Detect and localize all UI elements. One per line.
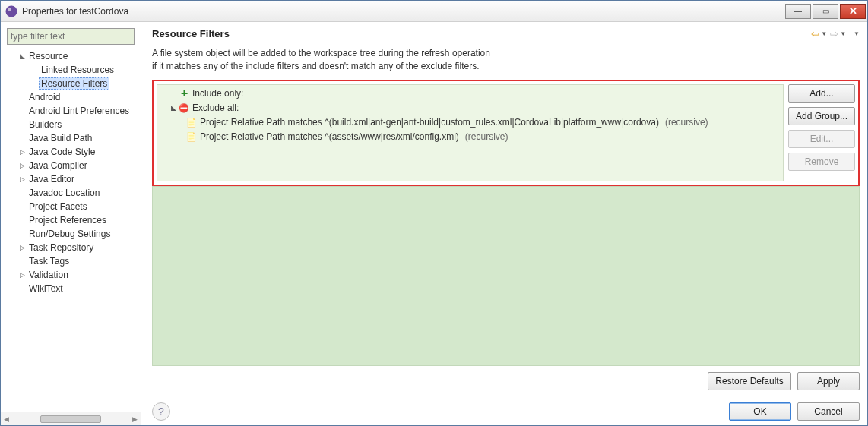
rule-text: Project Relative Path matches ^(assets/w… <box>200 131 459 142</box>
scrollbar-thumb[interactable] <box>40 415 101 423</box>
filter-button-column: Add... Add Group... Edit... Remove <box>788 84 855 181</box>
page-title: Resource Filters <box>152 28 230 39</box>
left-panel: ◣ResourceLinked ResourcesResource Filter… <box>1 22 141 425</box>
tree-item[interactable]: Java Build Path <box>4 131 141 145</box>
expander-icon[interactable]: ▷ <box>17 175 27 183</box>
tree-item-label: Android <box>27 91 62 103</box>
tree-item-label: Android Lint Preferences <box>27 105 131 117</box>
restore-defaults-button[interactable]: Restore Defaults <box>708 372 791 390</box>
exclude-icon <box>179 103 189 113</box>
tree-item-label: Project Facets <box>27 200 90 213</box>
filter-input[interactable] <box>11 31 131 42</box>
tree-item-label: Builders <box>27 118 64 131</box>
tree-item[interactable]: Android <box>4 90 141 104</box>
add-button[interactable]: Add... <box>788 84 855 103</box>
tree-horizontal-scrollbar[interactable]: ◀ ▶ <box>1 412 141 425</box>
tree-item[interactable]: Linked Resources <box>4 63 141 77</box>
page-menu-icon[interactable]: ▼ <box>854 30 860 37</box>
tree-item[interactable]: ▷Java Editor <box>4 172 141 186</box>
file-icon <box>186 117 197 128</box>
tree-item-label: Java Code Style <box>27 146 97 158</box>
rule-suffix: (recursive) <box>665 117 708 128</box>
tree-item-label: Linked Resources <box>39 64 116 76</box>
include-label: Include only: <box>192 88 243 99</box>
tree-item-label: Javadoc Location <box>27 187 102 199</box>
tree-item[interactable]: Project Facets <box>4 200 141 213</box>
expander-icon[interactable]: ▷ <box>17 162 27 169</box>
tree-item[interactable]: Android Lint Preferences <box>4 104 141 118</box>
filter-rule-1[interactable]: Project Relative Path matches ^(build.xm… <box>160 115 780 130</box>
right-panel: Resource Filters ⇦ ▼ ⇨ ▼ ▼ A file system… <box>141 22 867 425</box>
cancel-button[interactable]: Cancel <box>797 402 860 421</box>
expander-icon[interactable]: ▷ <box>17 271 27 279</box>
tree-item[interactable]: Resource Filters <box>4 77 141 90</box>
tree-item[interactable]: Builders <box>4 118 141 131</box>
expander-icon[interactable]: ▷ <box>17 244 27 251</box>
filters-tree[interactable]: Include only: ◣ Exclude all: Project Rel… <box>157 84 784 181</box>
description-line-1: A file system object will be added to th… <box>152 47 860 60</box>
tree-item[interactable]: ▷Java Code Style <box>4 145 141 159</box>
add-group-button[interactable]: Add Group... <box>788 107 855 125</box>
include-group[interactable]: Include only: <box>160 87 780 101</box>
close-button[interactable]: ✕ <box>840 4 866 19</box>
forward-menu-icon[interactable]: ▼ <box>840 30 846 37</box>
tree-item-label: Project References <box>27 214 109 226</box>
tree-item[interactable]: Project References <box>4 213 141 227</box>
maximize-button[interactable]: ▭ <box>813 4 838 19</box>
tree-item-label: Java Build Path <box>27 132 94 144</box>
tree-item-label: Validation <box>27 269 71 281</box>
filter-box[interactable] <box>7 28 135 45</box>
tree-item[interactable]: ▷Java Compiler <box>4 159 141 172</box>
back-icon[interactable]: ⇦ <box>811 28 819 39</box>
tree-item-label: Java Compiler <box>27 159 90 172</box>
exclude-label: Exclude all: <box>192 103 239 113</box>
title-bar: Properties for testCordova — ▭ ✕ <box>1 1 867 22</box>
filters-highlight-box: Include only: ◣ Exclude all: Project Rel… <box>152 80 860 186</box>
nav-tree[interactable]: ◣ResourceLinked ResourcesResource Filter… <box>1 48 141 412</box>
tree-item-label: Task Tags <box>27 255 71 267</box>
file-icon <box>186 131 197 142</box>
forward-icon: ⇨ <box>830 28 838 39</box>
tree-item[interactable]: Task Tags <box>4 254 141 268</box>
tree-item[interactable]: ▷Task Repository <box>4 241 141 254</box>
app-icon <box>5 5 17 17</box>
tree-item-label: Resource Filters <box>39 77 109 90</box>
description-line-2: if it matches any of the include filters… <box>152 60 860 73</box>
back-menu-icon[interactable]: ▼ <box>821 30 827 37</box>
expander-icon[interactable]: ◣ <box>168 104 179 112</box>
tree-item-label: WikiText <box>27 282 65 295</box>
window-title: Properties for testCordova <box>22 6 785 17</box>
rule-suffix: (recursive) <box>465 131 508 142</box>
tree-item[interactable]: ▷Validation <box>4 268 141 282</box>
tree-item-label: Run/Debug Settings <box>27 228 112 240</box>
rule-text: Project Relative Path matches ^(build.xm… <box>200 117 659 128</box>
tree-item[interactable]: ◣Resource <box>4 49 141 63</box>
minimize-button[interactable]: — <box>785 4 811 19</box>
header-nav: ⇦ ▼ ⇨ ▼ ▼ <box>811 28 860 39</box>
tree-item[interactable]: WikiText <box>4 282 141 295</box>
tree-item-label: Resource <box>27 50 70 62</box>
ok-button[interactable]: OK <box>729 402 791 421</box>
help-button[interactable]: ? <box>152 402 170 421</box>
edit-button: Edit... <box>788 130 855 148</box>
exclude-group[interactable]: ◣ Exclude all: <box>160 101 780 115</box>
apply-button[interactable]: Apply <box>797 372 860 390</box>
tree-item-label: Task Repository <box>27 241 96 254</box>
filter-rule-2[interactable]: Project Relative Path matches ^(assets/w… <box>160 130 780 144</box>
remove-button: Remove <box>788 153 855 171</box>
tree-item[interactable]: Run/Debug Settings <box>4 227 141 241</box>
filters-details-area <box>152 186 860 366</box>
include-icon <box>179 88 189 99</box>
tree-item[interactable]: Javadoc Location <box>4 186 141 200</box>
expander-icon[interactable]: ▷ <box>17 148 27 156</box>
expander-icon[interactable]: ◣ <box>17 52 27 60</box>
tree-item-label: Java Editor <box>27 173 77 185</box>
